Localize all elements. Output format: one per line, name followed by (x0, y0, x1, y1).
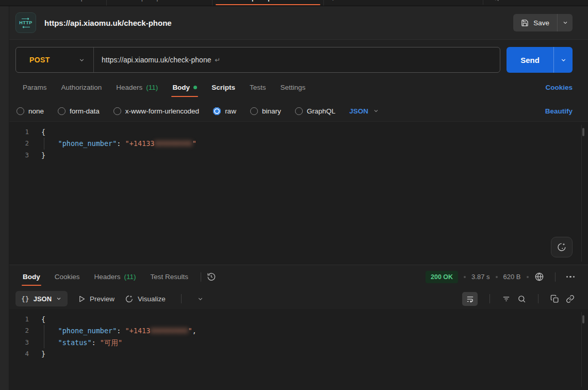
body-type-option-binary[interactable]: binary (250, 107, 281, 115)
filter-icon (502, 295, 511, 303)
copy-icon (550, 295, 559, 303)
tab-tests[interactable]: Tests (242, 74, 273, 101)
token-key: "status" (58, 338, 92, 347)
editor-scrollbar-thumb[interactable] (582, 315, 584, 323)
tab-label: Test Results (151, 273, 189, 281)
tab-params[interactable]: Params (15, 74, 54, 101)
search-icon (493, 0, 499, 2)
code-line[interactable]: } (41, 348, 588, 360)
visualize-options-button[interactable] (197, 296, 204, 302)
divider (201, 272, 201, 282)
token-key: "phone_number" (58, 327, 117, 335)
response-tab-headers[interactable]: Headers(11) (87, 265, 143, 288)
wrap-text-icon (466, 295, 475, 303)
token-str: "+1413 (125, 327, 151, 335)
code-line[interactable]: { (41, 314, 588, 325)
environment-selector[interactable]: No environment (483, 0, 557, 5)
code-line[interactable]: "phone_number": "+14133000000000" (41, 138, 588, 149)
network-info-button[interactable] (534, 272, 544, 282)
tab-body[interactable]: Body (165, 74, 204, 101)
line-number: 4 (9, 348, 29, 360)
response-tab-body[interactable]: Body (15, 265, 47, 288)
sidebar-collapsed-rail[interactable] (0, 6, 9, 390)
tab-label: Headers (116, 84, 142, 91)
response-tab-test-results[interactable]: Test Results (143, 265, 196, 288)
braces-icon: {} (21, 295, 29, 303)
divider (181, 294, 182, 303)
url-input[interactable]: https://api.xiaomu.uk/check-phone ↵ (94, 47, 500, 72)
body-type-option-GraphQL[interactable]: GraphQL (295, 107, 336, 115)
chevron-down-icon (560, 57, 567, 63)
response-history-button[interactable] (206, 272, 216, 282)
line-number: 2 (9, 138, 29, 149)
send-button[interactable]: Send (507, 47, 553, 73)
status-badge[interactable]: 200 OK (426, 271, 458, 283)
clock-history-icon (206, 272, 216, 282)
copy-response-button[interactable] (550, 295, 559, 303)
save-options-button[interactable] (557, 14, 573, 31)
preview-label: Preview (90, 295, 115, 303)
save-label: Save (533, 19, 549, 27)
send-options-button[interactable] (553, 47, 573, 73)
search-in-response-button[interactable] (517, 295, 526, 303)
token-punc: } (41, 350, 45, 358)
cookies-link[interactable]: Cookies (545, 84, 573, 91)
visualize-button[interactable]: Visualize (125, 295, 166, 303)
preview-button[interactable]: Preview (78, 295, 115, 303)
workspace-tab[interactable]: GETUntitled Request (21, 0, 107, 6)
ellipsis-icon (566, 276, 575, 278)
chevron-down-icon (78, 57, 85, 63)
code-line[interactable]: } (41, 150, 588, 161)
tab-settings[interactable]: Settings (273, 74, 313, 101)
method-select[interactable]: POST (16, 47, 93, 72)
tab-title: Untitled Request (48, 0, 94, 2)
tab-count: (11) (146, 84, 158, 91)
workspace-tab[interactable]: POSThttps://api.xiaomu.uk/c (213, 0, 324, 6)
body-format-select[interactable]: JSON (349, 107, 379, 115)
radio-icon (58, 107, 66, 115)
body-type-option-raw[interactable]: raw (213, 107, 236, 115)
tab-authorization[interactable]: Authorization (54, 74, 109, 101)
response-body-editor[interactable]: 1234 { "phone_number": "+1413000000000",… (9, 309, 588, 390)
body-type-option-none[interactable]: none (17, 107, 44, 115)
chevron-down-icon (197, 296, 204, 302)
code-area[interactable]: { "phone_number": "+14133000000000"} (29, 126, 588, 265)
code-area[interactable]: { "phone_number": "+1413000000000", "sta… (29, 314, 588, 390)
filter-button[interactable] (502, 295, 511, 303)
code-line[interactable]: "status": "可用" (41, 337, 588, 348)
tab-scripts[interactable]: Scripts (204, 74, 242, 101)
tab-label: Params (23, 84, 47, 91)
tab-label: Tests (250, 84, 266, 91)
new-tab-button[interactable]: + (324, 0, 342, 6)
token-punc: { (41, 128, 45, 136)
save-button[interactable]: Save (513, 14, 557, 31)
play-icon (78, 295, 86, 303)
token-str: " (188, 327, 192, 335)
code-line[interactable]: { (41, 126, 588, 138)
line-number: 3 (9, 150, 29, 161)
wrap-text-button[interactable] (462, 292, 478, 306)
radio-label: binary (262, 107, 281, 115)
tab-method-label: GET (33, 0, 45, 1)
body-type-option-x-www-form-urlencoded[interactable]: x-www-form-urlencoded (113, 107, 199, 115)
save-split-button: Save (513, 14, 573, 31)
tab-count: (11) (124, 273, 136, 281)
postbot-button[interactable] (551, 237, 573, 257)
body-type-option-form-data[interactable]: form-data (58, 107, 100, 115)
response-more-actions-button[interactable] (566, 276, 575, 278)
editor-scrollbar-thumb[interactable] (582, 128, 584, 136)
tab-headers[interactable]: Headers(11) (109, 74, 165, 101)
token-sp (41, 139, 58, 148)
response-tab-cookies[interactable]: Cookies (47, 265, 87, 288)
response-format-select[interactable]: {} JSON (15, 291, 68, 306)
dot-separator (496, 276, 498, 278)
code-line[interactable]: "phone_number": "+1413000000000", (41, 325, 588, 336)
token-punc: : (117, 327, 125, 335)
share-link-button[interactable] (566, 295, 575, 303)
beautify-link[interactable]: Beautify (545, 107, 573, 115)
radio-label: none (28, 107, 44, 115)
token-redacted: 000000000 (154, 139, 192, 148)
request-body-editor[interactable]: 123 { "phone_number": "+14133000000000"} (9, 121, 588, 265)
workspace-tab[interactable]: GEThttps://api.xiaomu.uk/ch (107, 0, 213, 6)
radio-icon (17, 107, 24, 115)
